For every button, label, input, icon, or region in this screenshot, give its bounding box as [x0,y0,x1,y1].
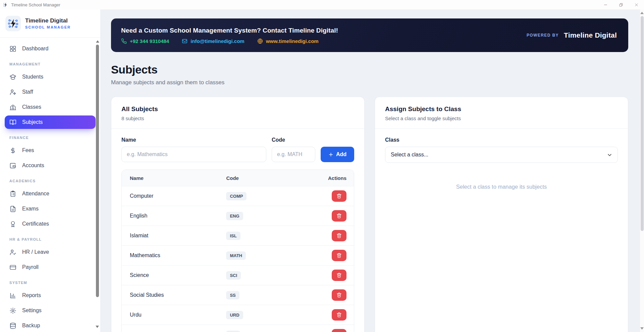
sidebar-scrollbar [95,40,100,332]
scrollbar-thumb[interactable] [641,16,644,231]
restore-button[interactable] [613,0,629,9]
close-button[interactable] [629,0,644,9]
email-icon [182,38,187,44]
sidebar: Timeline Digital SCHOOL MANAGER Dashboar… [0,9,101,332]
scroll-down-arrow[interactable] [96,326,99,328]
sidebar-item-reports[interactable]: Reports [5,289,96,302]
sidebar-item-attendance[interactable]: Attendance [5,187,96,200]
subject-name-input[interactable] [121,147,266,162]
subject-code-badge: ISL [226,232,240,240]
subject-row-computer: ComputerCOMP [122,186,354,206]
subject-code-badge: SS [226,291,239,299]
contact-text: +92 344 9310484 [130,38,169,44]
sidebar-item-certificates[interactable]: Certificates [5,217,96,231]
subject-row-mathematics: MathematicsMATH [122,245,354,265]
sidebar-item-label: Classes [22,104,41,110]
trash-icon [336,273,342,278]
trash-icon [336,213,342,219]
subjects-count: 8 subjects [121,115,354,121]
contact-email[interactable]: info@timelinedigi.com [182,38,244,44]
delete-subject-button[interactable] [332,309,346,321]
restore-icon [619,3,623,7]
subject-code-badge: ENG [226,212,243,220]
powered-by: POWERED BY Timeline Digital [527,31,618,39]
sidebar-item-payroll[interactable]: Payroll [5,260,96,274]
minimize-button[interactable] [598,0,613,9]
subject-code-badge: sfd [226,331,240,332]
delete-subject-button[interactable] [332,329,346,332]
trash-icon [336,312,342,318]
subject-name: Urdu [122,312,226,318]
subject-row-testtest: testtestsfd [122,325,354,332]
delete-subject-button[interactable] [332,230,346,241]
sidebar-item-label: Accounts [22,162,44,169]
hr-leave-icon [9,249,16,256]
contact-text: www.timelinedigi.com [266,38,319,44]
sidebar-item-staff[interactable]: Staff [5,85,96,99]
subject-code-input[interactable] [272,147,315,162]
close-icon [634,3,639,7]
page-subtitle: Manage subjects and assign them to class… [111,79,628,86]
scroll-up-arrow[interactable] [96,40,99,43]
add-button-label: Add [336,151,346,157]
delete-subject-button[interactable] [332,190,346,202]
globe-icon [257,38,263,44]
sidebar-item-fees[interactable]: Fees [5,144,96,157]
subject-name: Science [122,272,226,278]
assign-card-subtitle: Select a class and toggle subjects [385,115,618,121]
plus-icon [328,152,333,157]
code-label: Code [272,137,315,143]
contact-phone[interactable]: +92 344 9310484 [121,38,169,44]
sidebar-nav: DashboardMANAGEMENTStudentsStaffClassesS… [0,38,100,332]
minimize-icon [603,3,608,7]
window-titlebar: Timeline School Manager [0,0,644,9]
sidebar-item-subjects[interactable]: Subjects [5,115,96,129]
sidebar-item-settings[interactable]: Settings [5,304,96,317]
accounts-icon [9,162,16,169]
trash-icon [336,233,342,238]
add-subject-button[interactable]: Add [321,147,354,162]
sidebar-item-label: Certificates [22,221,49,227]
delete-subject-button[interactable] [332,250,346,261]
banner-headline: Need a Custom School Management System? … [121,27,338,34]
window-title: Timeline School Manager [11,2,60,7]
subject-name: Social Studies [122,292,226,298]
payroll-icon [9,264,16,271]
sidebar-section-hr-payroll: HR & PAYROLL [9,237,96,241]
sidebar-item-label: Reports [22,292,41,298]
sidebar-item-dashboard[interactable]: Dashboard [5,42,96,55]
sidebar-item-classes[interactable]: Classes [5,100,96,114]
subject-name: Computer [122,193,226,199]
table-header-row: Name Code Actions [122,170,354,186]
contact-globe[interactable]: www.timelinedigi.com [257,38,319,44]
brand-name: Timeline Digital [25,17,71,24]
banner-contacts: +92 344 9310484info@timelinedigi.comwww.… [121,38,338,44]
certificates-icon [9,221,16,228]
scroll-up-arrow[interactable] [640,12,644,14]
subject-name: Mathematics [122,252,226,258]
delete-subject-button[interactable] [332,289,346,301]
subject-row-islamiat: IslamiatISL [122,226,354,245]
phone-icon [121,38,127,44]
sidebar-item-exams[interactable]: Exams [5,202,96,216]
sidebar-item-backup[interactable]: Backup [5,319,96,332]
students-icon [9,74,16,81]
fees-icon [9,147,16,154]
delete-subject-button[interactable] [332,270,346,281]
class-select[interactable]: Select a class... [385,147,618,163]
sidebar-item-accounts[interactable]: Accounts [5,159,96,172]
subject-name: English [122,213,226,219]
sidebar-item-hr-leave[interactable]: HR / Leave [5,245,96,259]
scroll-down-arrow[interactable] [640,327,644,330]
sidebar-item-label: Attendance [22,191,49,197]
delete-subject-button[interactable] [332,210,346,222]
assign-subjects-card: Assign Subjects to Class Select a class … [375,97,628,332]
sidebar-item-students[interactable]: Students [5,70,96,84]
page-title: Subjects [111,63,628,76]
chevron-down-icon [607,152,612,157]
sidebar-item-label: Subjects [22,119,43,125]
sidebar-item-label: HR / Leave [22,249,49,255]
window-scrollbar [640,9,644,332]
scrollbar-thumb[interactable] [96,45,99,297]
staff-icon [9,89,16,96]
